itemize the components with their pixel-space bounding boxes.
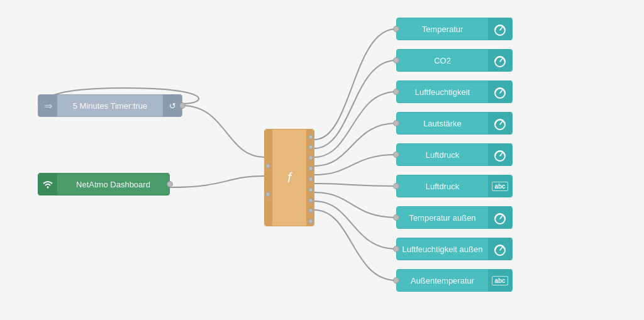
output-label-co2: CO2 (397, 56, 488, 65)
output-badge-aussentemperatur: abc (488, 269, 512, 292)
func-out-port-6 (308, 187, 313, 192)
output-badge-temperatur (488, 18, 512, 40)
function-side-right (306, 130, 314, 226)
output-badge-luftfeuchtigkeit (488, 80, 512, 103)
netatmo-label: NetAtmo Dashboard (57, 180, 169, 189)
output-port-in-luftdruck-abc (393, 183, 399, 189)
output-badge-lautstaerke (488, 112, 512, 135)
output-node-luftfeuchtigkeit-aussen[interactable]: Luftfeuchtigkeit außen (396, 238, 513, 260)
output-port-in-lautstaerke (393, 120, 399, 126)
output-port-in-luftfeuchtigkeit (393, 89, 399, 95)
output-label-luftfeuchtigkeit-aussen: Luftfeuchtigkeit außen (397, 245, 488, 254)
flow-canvas: ⇒ 5 Minutes Timer:true ↺ NetAtmo Dashboa… (0, 0, 644, 320)
output-port-in-temperatur-aussen (393, 214, 399, 221)
output-node-temperatur[interactable]: Temperatur (396, 18, 513, 40)
output-badge-temperatur-aussen (488, 206, 512, 229)
output-node-aussentemperatur[interactable]: Außentemperaturabc (396, 269, 513, 292)
timer-node[interactable]: ⇒ 5 Minutes Timer:true ↺ (38, 94, 182, 117)
output-port-in-luftdruck-gauge (393, 152, 399, 158)
timer-output-port (179, 102, 186, 109)
output-label-luftdruck-abc: Luftdruck (397, 182, 488, 191)
func-out-port-7 (308, 198, 313, 203)
func-out-port-1 (308, 135, 313, 140)
func-in-port-2 (265, 192, 270, 197)
netatmo-icon-left (38, 173, 57, 196)
func-out-port-4 (308, 166, 313, 171)
output-node-co2[interactable]: CO2 (396, 49, 513, 72)
output-node-luftdruck-abc[interactable]: Luftdruckabc (396, 175, 513, 197)
output-port-in-luftfeuchtigkeit-aussen (393, 246, 399, 252)
output-label-luftfeuchtigkeit: Luftfeuchtigkeit (397, 87, 488, 97)
output-badge-luftfeuchtigkeit-aussen (488, 238, 512, 260)
output-node-luftfeuchtigkeit[interactable]: Luftfeuchtigkeit (396, 80, 513, 103)
output-label-aussentemperatur: Außentemperatur (397, 276, 488, 285)
netatmo-output-port (167, 181, 173, 187)
output-label-temperatur: Temperatur (397, 25, 488, 34)
output-label-temperatur-aussen: Temperatur außen (397, 213, 488, 223)
output-node-luftdruck-gauge[interactable]: Luftdruck (396, 143, 513, 166)
output-port-in-temperatur (393, 26, 399, 32)
output-badge-co2 (488, 49, 512, 72)
output-label-luftdruck-gauge: Luftdruck (397, 150, 488, 160)
connections-svg (0, 0, 644, 320)
func-out-port-2 (308, 145, 313, 150)
func-out-port-9 (308, 219, 313, 224)
output-node-temperatur-aussen[interactable]: Temperatur außen (396, 206, 513, 229)
timer-icon-left: ⇒ (38, 94, 57, 117)
function-side-left (265, 130, 272, 226)
func-out-port-5 (308, 177, 313, 182)
netatmo-node[interactable]: NetAtmo Dashboard (38, 173, 170, 196)
output-port-in-co2 (393, 57, 399, 63)
output-node-lautstaerke[interactable]: Lautstärke (396, 112, 513, 135)
function-node[interactable]: f (264, 129, 314, 226)
function-label: f (287, 170, 291, 186)
func-out-port-3 (308, 155, 313, 160)
svg-point-0 (47, 187, 49, 189)
func-out-port-8 (308, 208, 313, 213)
func-in-port-1 (265, 163, 270, 168)
timer-label: 5 Minutes Timer:true (57, 101, 163, 111)
output-badge-luftdruck-abc: abc (488, 175, 512, 197)
output-label-lautstaerke: Lautstärke (397, 119, 488, 128)
wifi-icon (42, 180, 53, 189)
output-badge-luftdruck-gauge (488, 143, 512, 166)
output-port-in-aussentemperatur (393, 277, 399, 284)
